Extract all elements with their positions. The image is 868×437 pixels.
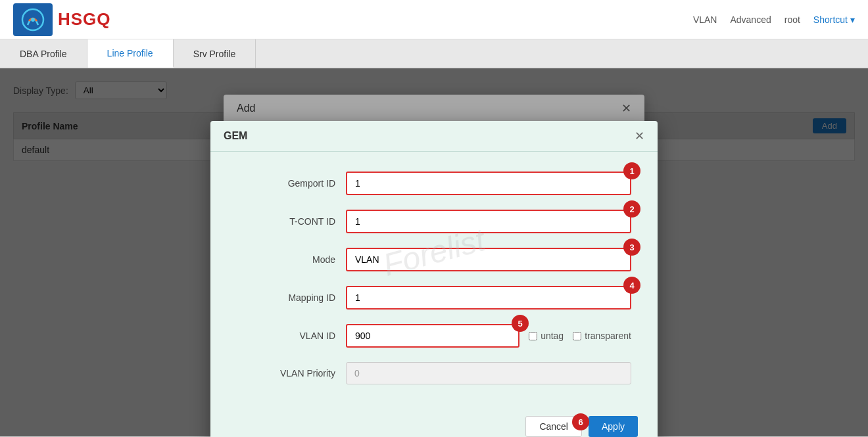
shortcut-nav[interactable]: Shortcut ▾ [813, 14, 855, 25]
gemport-id-wrap: 1 [346, 172, 631, 195]
gem-modal-footer: 6 Cancel Apply [210, 405, 658, 437]
untag-checkbox[interactable] [529, 332, 537, 340]
vlan-priority-label: VLAN Priority [237, 368, 335, 379]
vlan-priority-row: VLAN Priority 0 [237, 362, 631, 384]
mapping-id-input[interactable] [346, 286, 631, 310]
vlan-id-wrap: 5 [346, 324, 519, 348]
gem-modal: GEM ✕ Gemport ID 1 T-CONT ID [210, 121, 658, 437]
tabs-row: DBA Profile Line Profile Srv Profile [0, 39, 868, 68]
gemport-id-input[interactable] [346, 172, 631, 195]
content-area: Display Type: All Profile Name Setting A… [0, 68, 868, 436]
transparent-label: transparent [585, 331, 631, 341]
gem-modal-close-button[interactable]: ✕ [635, 130, 644, 142]
gem-modal-title: GEM [224, 130, 247, 142]
mapping-id-label: Mapping ID [237, 292, 335, 303]
tcont-id-select[interactable]: 1 [346, 210, 631, 233]
step-badge-2: 2 [623, 200, 640, 218]
topbar: HSGQ VLAN Advanced root Shortcut ▾ [0, 0, 868, 39]
gem-modal-header: GEM ✕ [210, 121, 658, 152]
step-badge-5: 5 [512, 315, 529, 332]
mode-wrap: VLAN 3 [346, 248, 631, 271]
shortcut-label: Shortcut [813, 14, 848, 25]
apply-button[interactable]: Apply [589, 416, 638, 437]
gem-modal-overlay: GEM ✕ Gemport ID 1 T-CONT ID [0, 68, 868, 436]
step-badge-1: 1 [623, 162, 640, 179]
untag-checkbox-label: untag [529, 331, 564, 341]
tcont-id-row: T-CONT ID 1 2 [237, 210, 631, 233]
vlan-nav[interactable]: VLAN [693, 14, 717, 25]
vlan-id-row: VLAN ID 5 untag [237, 324, 631, 348]
advanced-nav[interactable]: Advanced [730, 14, 771, 25]
logo-area: HSGQ [13, 3, 111, 36]
logo-text: HSGQ [58, 9, 111, 30]
tab-srv-profile[interactable]: Srv Profile [174, 39, 256, 68]
topbar-right: VLAN Advanced root Shortcut ▾ [693, 14, 855, 25]
step-badge-6: 6 [572, 413, 589, 430]
chevron-down-icon: ▾ [850, 14, 855, 25]
tcont-id-wrap: 1 2 [346, 210, 631, 233]
step-badge-3: 3 [623, 239, 640, 256]
svg-point-1 [31, 18, 35, 22]
tcont-id-label: T-CONT ID [237, 216, 335, 227]
user-nav[interactable]: root [784, 14, 800, 25]
transparent-checkbox[interactable] [573, 332, 581, 340]
gem-modal-body: Gemport ID 1 T-CONT ID 1 2 [210, 152, 658, 405]
vlan-checkboxes: untag transparent [529, 331, 631, 341]
tab-dba-profile[interactable]: DBA Profile [0, 39, 87, 68]
mapping-id-row: Mapping ID 4 [237, 286, 631, 310]
tab-line-profile[interactable]: Line Profile [87, 39, 174, 68]
mode-select[interactable]: VLAN [346, 248, 631, 271]
step-badge-4: 4 [623, 277, 640, 294]
mode-row: Mode VLAN 3 [237, 248, 631, 271]
vlan-priority-wrap: 0 [346, 362, 631, 384]
untag-label: untag [541, 331, 564, 341]
gemport-id-row: Gemport ID 1 [237, 172, 631, 195]
vlan-id-label: VLAN ID [237, 331, 335, 341]
logo-icon [13, 3, 53, 36]
vlan-id-input[interactable] [346, 324, 519, 348]
gemport-id-label: Gemport ID [237, 178, 335, 189]
vlan-priority-select[interactable]: 0 [346, 362, 631, 384]
mode-label: Mode [237, 254, 335, 265]
mapping-id-wrap: 4 [346, 286, 631, 310]
transparent-checkbox-label: transparent [573, 331, 631, 341]
